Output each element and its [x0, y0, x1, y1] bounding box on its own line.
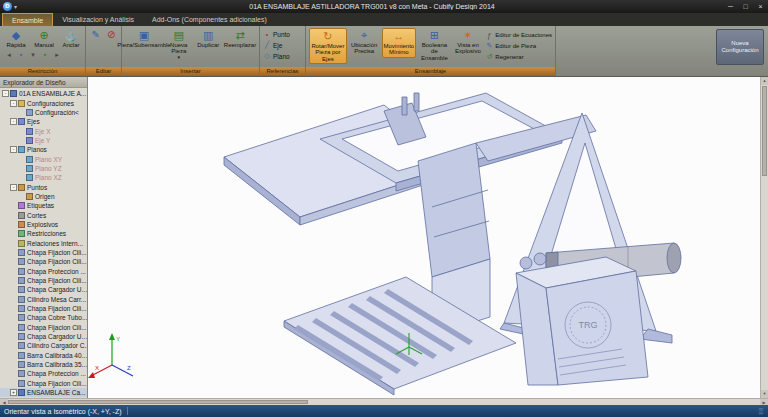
replace-button[interactable]: ⇄ Reemplazar: [224, 28, 256, 49]
reference-point-button[interactable]: • Punto: [263, 29, 290, 39]
tree-expand-toggle[interactable]: -: [10, 146, 17, 153]
mini-tool-icon[interactable]: ▾: [28, 50, 38, 60]
tree-item[interactable]: -Ejes: [0, 117, 87, 126]
quick-constraint-button[interactable]: ◆ Rápida: [3, 28, 29, 49]
tree-expand-spacer: [10, 333, 17, 340]
tree-item-label: Chapa Cargador U...: [27, 286, 87, 293]
tree-item[interactable]: Configuración<: [0, 108, 87, 117]
tree-item[interactable]: Eje X: [0, 126, 87, 135]
tree-expand-spacer: [10, 230, 17, 237]
group-label-ensamblaje[interactable]: Ensamblaje: [306, 67, 555, 76]
tree-item[interactable]: Chapa Cobre Tubo...: [0, 313, 87, 322]
tree-item[interactable]: Chapa Proteccion ...: [0, 369, 87, 378]
mini-tool-icon[interactable]: ▸: [52, 50, 62, 60]
vertical-scroll-track[interactable]: [761, 177, 768, 390]
tree-item[interactable]: Cilindro Mesa Carr...: [0, 295, 87, 304]
minimum-motion-button[interactable]: ↔ Movimiento Mínimo: [382, 28, 417, 58]
tree-item-label: Ejes: [27, 118, 40, 125]
quick-access-caret-icon[interactable]: ▾: [14, 3, 17, 10]
mini-tool-icon[interactable]: ▪: [16, 50, 26, 60]
rotate-move-part-button[interactable]: ↻ Rotar/Mover Pieza por Ejes: [309, 28, 347, 64]
tree-item[interactable]: Barra Calibrada 35...: [0, 360, 87, 369]
tree-expand-toggle[interactable]: -: [10, 184, 17, 191]
insert-part-button[interactable]: ▣ Pieza/Subensamble: [125, 28, 163, 49]
equation-editor-button[interactable]: ƒ Editor de Ecuaciones: [485, 30, 552, 40]
tab-ensamble[interactable]: Ensamble: [2, 13, 53, 26]
replace-icon: ⇄: [235, 29, 244, 42]
close-button[interactable]: ×: [753, 0, 768, 13]
tree-item[interactable]: Chapa Proteccion ...: [0, 267, 87, 276]
tree-item[interactable]: Cilindro Cargador C...: [0, 341, 87, 350]
tree-item[interactable]: Origen: [0, 192, 87, 201]
tree-item[interactable]: Chapa Fijacion Cili...: [0, 248, 87, 257]
regenerate-button[interactable]: ↺ Regenerar: [485, 52, 552, 62]
tree-item[interactable]: Plano YZ: [0, 164, 87, 173]
tree-item[interactable]: Chapa Fijacion Cili...: [0, 257, 87, 266]
tree-expand-toggle[interactable]: -: [10, 118, 17, 125]
tree-item[interactable]: Barra Calibrada 40...: [0, 351, 87, 360]
tree-item[interactable]: Explosivos: [0, 220, 87, 229]
tree-item[interactable]: Relaciones Intern...: [0, 239, 87, 248]
vertical-scroll-thumb[interactable]: [762, 86, 767, 176]
delete-icon[interactable]: ⊘: [105, 28, 119, 42]
tree-item[interactable]: Plano XY: [0, 154, 87, 163]
minimum-motion-icon: ↔: [393, 30, 404, 43]
exploded-view-button[interactable]: ✶ Vista en Explosivo: [453, 28, 484, 56]
horizontal-scroll-thumb[interactable]: [8, 400, 308, 404]
constraints-icon: [18, 230, 25, 237]
tree-item[interactable]: Restricciones: [0, 229, 87, 238]
mini-tool-icon[interactable]: ▪: [40, 50, 50, 60]
tree-item[interactable]: Chapa Cargador U...: [0, 332, 87, 341]
tree-item[interactable]: +ENSAMBLAJE Ca...: [0, 388, 87, 397]
tree-item[interactable]: -Planos: [0, 145, 87, 154]
app-logo-icon[interactable]: D: [3, 2, 12, 11]
tree-item[interactable]: Chapa Cargador U...: [0, 285, 87, 294]
mini-tool-icon[interactable]: ◂: [4, 50, 14, 60]
group-label-insertar[interactable]: Insertar: [122, 67, 259, 76]
assembly-icon: [10, 90, 17, 97]
tree-expand-toggle[interactable]: -: [10, 100, 17, 107]
tab-addons[interactable]: Add-Ons (Componentes adicionales): [143, 13, 276, 26]
part-editor-button[interactable]: ✎ Editor de Pieza: [485, 41, 552, 51]
assembly-boolean-button[interactable]: ⊞ Booleana de Ensamble: [418, 28, 450, 62]
tree-item[interactable]: Etiquetas: [0, 201, 87, 210]
duplicate-button[interactable]: ▥ Duplicar: [195, 28, 223, 49]
anchor-button[interactable]: ⚓ Anclar: [59, 28, 83, 49]
new-configuration-button[interactable]: Nueva Configuración: [716, 29, 764, 65]
tab-visualizacion[interactable]: Visualizacion y Análisis: [53, 13, 143, 26]
tree-item[interactable]: Chapa Fijacion Cili...: [0, 276, 87, 285]
tree-item[interactable]: -Configuraciones: [0, 98, 87, 107]
precise-placement-button[interactable]: ⌖ Ubicación Precisa: [349, 28, 380, 56]
reference-plane-button[interactable]: ◇ Plano: [263, 51, 290, 61]
edit-icon[interactable]: ✎: [89, 28, 103, 42]
group-label-editar[interactable]: Editar: [86, 67, 121, 76]
design-explorer-header: Explorador de Diseño: [0, 77, 87, 88]
tree-expand-toggle[interactable]: -: [2, 90, 9, 97]
scroll-up-arrow-icon[interactable]: ▲: [761, 77, 768, 85]
tree-item[interactable]: -01A ENSAMBLAJE A...: [0, 89, 87, 98]
vertical-scrollbar[interactable]: ▲ ▼: [760, 77, 768, 398]
new-part-dropdown-icon[interactable]: ▾: [177, 55, 180, 60]
tree-item[interactable]: Eje Y: [0, 136, 87, 145]
tree-expand-toggle[interactable]: +: [10, 389, 17, 396]
tree-item[interactable]: -Puntos: [0, 182, 87, 191]
tree-item[interactable]: Chapa Fijacion Cili...: [0, 323, 87, 332]
tree-item[interactable]: Plano XZ: [0, 173, 87, 182]
minimize-button[interactable]: ─: [723, 0, 738, 13]
tree-item[interactable]: Chapa Fijacion Cili...: [0, 304, 87, 313]
cad-viewport[interactable]: TRG: [88, 77, 760, 398]
group-label-restriccion[interactable]: Restricción: [0, 67, 85, 76]
tree-item[interactable]: Cortes: [0, 210, 87, 219]
quick-constraint-icon: ◆: [12, 29, 20, 42]
horizontal-scrollbar[interactable]: ◀ ▶: [0, 398, 768, 405]
tree-item[interactable]: Chapa Fijacion Cili...: [0, 379, 87, 388]
maximize-button[interactable]: □: [738, 0, 753, 13]
scroll-down-arrow-icon[interactable]: ▼: [761, 390, 768, 398]
resize-grip-icon[interactable]: ▒: [759, 408, 764, 414]
reference-axis-button[interactable]: ╱ Eje: [263, 40, 282, 50]
cad-model-svg[interactable]: TRG: [88, 77, 760, 398]
new-part-button[interactable]: ▤ Nueva Pieza ▾: [165, 28, 193, 61]
manual-constraint-button[interactable]: ⊕ Manual: [31, 28, 57, 49]
tree-expand-spacer: [10, 258, 17, 265]
group-label-referencias[interactable]: Referencias: [260, 67, 305, 76]
